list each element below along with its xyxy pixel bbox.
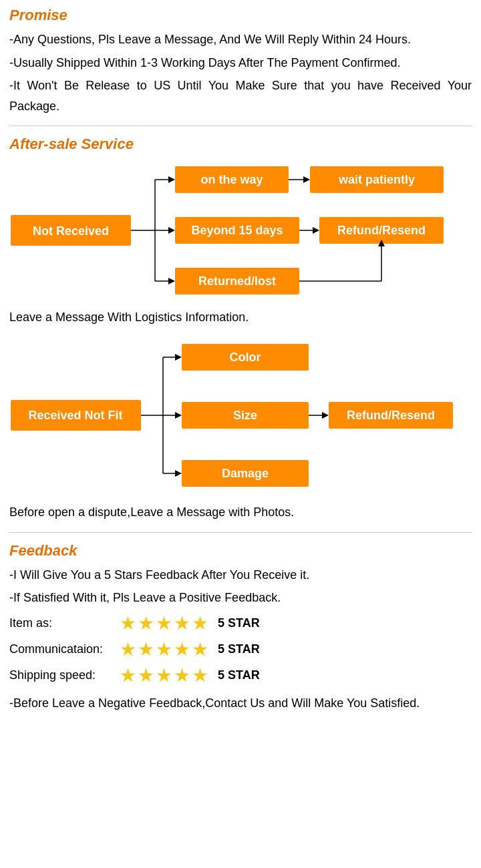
received-not-fit-diagram: Received Not Fit Color Size Refund/Resen… — [9, 333, 472, 497]
svg-marker-40 — [322, 412, 329, 419]
ship-star-count: 5 STAR — [218, 668, 260, 682]
svg-text:Returned/lost: Returned/lost — [198, 274, 276, 288]
divider-1 — [9, 126, 472, 126]
rating-row-shipping: Shipping speed: ★ ★ ★ ★ ★ 5 STAR — [9, 664, 472, 686]
aftersale-title: After-sale Service — [9, 136, 472, 153]
promise-line-1: -Any Questions, Pls Leave a Message, And… — [9, 29, 472, 50]
svg-text:Damage: Damage — [222, 467, 269, 480]
feedback-line-1: -I Will Give You a 5 Stars Feedback Afte… — [9, 565, 472, 586]
not-received-diagram: Not Received on the way wait patiently B… — [9, 158, 472, 302]
svg-text:on the way: on the way — [200, 173, 263, 186]
comm-star-count: 5 STAR — [218, 642, 260, 656]
promise-title: Promise — [9, 7, 472, 24]
star-1: ★ — [120, 612, 136, 634]
star-4: ★ — [174, 638, 190, 660]
feedback-footer: -Before Leave a Negative Feedback,Contac… — [9, 693, 472, 714]
rating-row-item: Item as: ★ ★ ★ ★ ★ 5 STAR — [9, 612, 472, 634]
item-label: Item as: — [9, 616, 120, 630]
rating-row-communication: Communicataion: ★ ★ ★ ★ ★ 5 STAR — [9, 638, 472, 660]
star-2: ★ — [138, 638, 154, 660]
svg-text:Beyond 15 days: Beyond 15 days — [191, 224, 283, 237]
promise-line-2: -Usually Shipped Within 1-3 Working Days… — [9, 53, 472, 73]
star-3: ★ — [156, 612, 172, 634]
ship-stars: ★ ★ ★ ★ ★ — [120, 664, 208, 686]
aftersale-section: After-sale Service Not Received on the w… — [9, 136, 472, 522]
svg-text:Refund/Resend: Refund/Resend — [347, 409, 435, 422]
item-star-count: 5 STAR — [218, 616, 260, 630]
svg-marker-13 — [168, 227, 175, 234]
star-2: ★ — [138, 612, 154, 634]
star-1: ★ — [120, 638, 136, 660]
promise-line-3: -It Won't Be Release to US Until You Mak… — [9, 75, 472, 116]
star-1: ★ — [120, 664, 136, 686]
feedback-section: Feedback -I Will Give You a 5 Stars Feed… — [9, 542, 472, 714]
not-received-note: Leave a Message With Logistics Informati… — [9, 307, 472, 328]
svg-marker-9 — [303, 176, 310, 183]
feedback-title: Feedback — [9, 542, 472, 560]
star-5: ★ — [192, 664, 208, 686]
svg-text:wait patiently: wait patiently — [338, 173, 415, 186]
svg-text:Received Not Fit: Received Not Fit — [28, 409, 122, 422]
svg-text:Size: Size — [233, 409, 257, 422]
svg-marker-44 — [175, 470, 182, 477]
svg-marker-36 — [175, 412, 182, 419]
svg-marker-5 — [168, 176, 175, 183]
comm-label: Communicataion: — [9, 642, 120, 656]
ship-label: Shipping speed: — [9, 668, 120, 682]
received-not-fit-note: Before open a dispute,Leave a Message wi… — [9, 502, 472, 523]
svg-text:Not Received: Not Received — [33, 224, 109, 238]
promise-section: Promise -Any Questions, Pls Leave a Mess… — [9, 7, 472, 116]
divider-2 — [9, 532, 472, 533]
received-not-fit-svg: Received Not Fit Color Size Refund/Resen… — [9, 333, 477, 493]
star-4: ★ — [174, 612, 190, 634]
feedback-line-2: -If Satisfied With it, Pls Leave a Posit… — [9, 588, 472, 608]
svg-marker-21 — [168, 278, 175, 284]
star-5: ★ — [192, 638, 208, 660]
svg-marker-32 — [175, 354, 182, 361]
star-4: ★ — [174, 664, 190, 686]
star-3: ★ — [156, 638, 172, 660]
svg-marker-17 — [313, 227, 319, 234]
star-2: ★ — [138, 664, 154, 686]
not-received-svg: Not Received on the way wait patiently B… — [9, 158, 477, 298]
comm-stars: ★ ★ ★ ★ ★ — [120, 638, 208, 660]
svg-text:Color: Color — [230, 351, 261, 364]
svg-text:Refund/Resend: Refund/Resend — [337, 224, 426, 237]
star-3: ★ — [156, 664, 172, 686]
item-stars: ★ ★ ★ ★ ★ — [120, 612, 208, 634]
star-5: ★ — [192, 612, 208, 634]
